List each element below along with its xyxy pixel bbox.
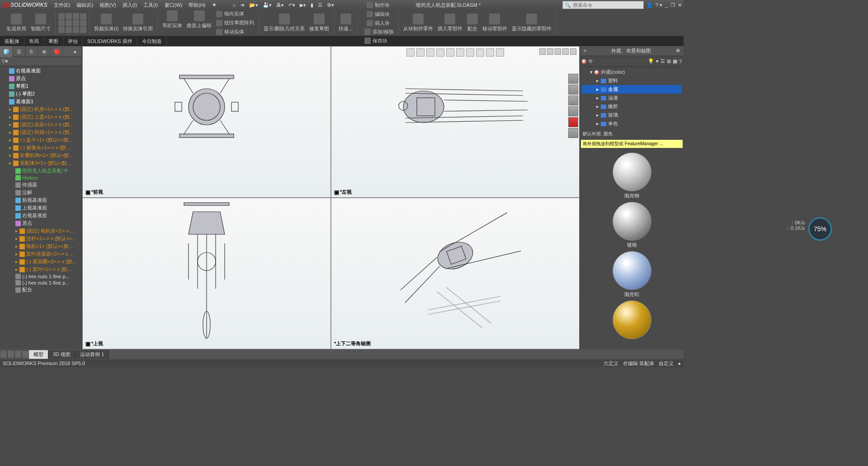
settings-icon[interactable]: ⚙▾ (327, 2, 334, 8)
view-cascade-icon[interactable] (547, 48, 553, 55)
tree-item[interactable]: ▸ 连杆<1>-> x (默认<<... (0, 235, 82, 243)
tp-explorer-icon[interactable] (568, 95, 578, 105)
restore-icon[interactable]: ❐ (670, 2, 675, 8)
tree-item[interactable]: 原点 (0, 219, 82, 227)
tree-item[interactable]: ▸ 装配体3<1> (默认<默... (0, 159, 82, 167)
tree-item[interactable]: ▸ (固定) 电机座<2>->... (0, 227, 82, 235)
tree-item[interactable]: 基准面1 (0, 98, 82, 105)
tree-item[interactable]: History (0, 175, 82, 181)
open-icon[interactable]: 📂▾ (249, 2, 258, 8)
ribbon-edit-block[interactable]: 编辑块 (365, 10, 392, 19)
tp-custom-icon[interactable] (568, 128, 578, 138)
fm-tab-property[interactable]: ☰ (13, 46, 25, 57)
tree-filter[interactable]: ▽▾ (0, 57, 82, 66)
line-icon[interactable] (58, 13, 65, 19)
ribbon-add-remove[interactable]: 添加/移除 (363, 28, 396, 36)
rp-view1-icon[interactable]: ☰ (660, 58, 665, 64)
ribbon-offset[interactable]: 等距实体 (160, 10, 184, 36)
ribbon-insert-block[interactable]: 插入块 (365, 19, 392, 28)
options-icon[interactable]: ☰ (318, 2, 322, 8)
menu-star-icon[interactable]: ★ (209, 1, 219, 10)
zoom-fit-icon[interactable] (406, 48, 415, 57)
status-expand-icon[interactable]: ▴ (678, 360, 681, 367)
appearance-category[interactable]: ▸ 油漆 (582, 94, 682, 102)
btab-motion[interactable]: 运动算例 1 (75, 350, 109, 359)
status-custom[interactable]: 自定义 (659, 360, 674, 367)
ellipse-icon[interactable] (66, 27, 72, 33)
ribbon-mirror[interactable]: 镜向实体 (214, 10, 256, 18)
tree-item[interactable]: 右视基准面 (0, 67, 82, 75)
view-top[interactable]: ▣ *上视 (82, 198, 331, 349)
point-icon[interactable] (80, 20, 86, 26)
fm-tab-expand[interactable]: ▸ (69, 46, 82, 57)
appearance-root[interactable]: ▾ 外观(color) (582, 68, 682, 76)
minimize-icon[interactable]: _ (665, 2, 668, 8)
tab-last-icon[interactable] (22, 350, 29, 358)
rect-icon[interactable] (58, 20, 65, 26)
tree-item[interactable]: 传感器 (0, 181, 82, 189)
tab-first-icon[interactable] (0, 350, 7, 358)
user-icon[interactable]: 👤 (646, 2, 653, 8)
ribbon-pattern[interactable]: 线性草图阵列 (214, 19, 256, 27)
tree-item[interactable]: 草图1 (0, 82, 82, 90)
tree-item[interactable]: 配合 (0, 286, 82, 294)
rebuild-icon[interactable]: ▮ (311, 2, 313, 8)
rp-scene-icon[interactable]: 💡 (648, 58, 654, 64)
arc-icon[interactable] (66, 20, 72, 26)
home-icon[interactable]: ⌂ (233, 2, 236, 8)
menu-file[interactable]: 文件(E) (51, 1, 73, 10)
menu-tools[interactable]: 工具(I) (141, 1, 160, 10)
view-max-icon[interactable] (562, 48, 569, 55)
appearance-category[interactable]: ▸ 金属 (582, 85, 682, 94)
fm-tab-display[interactable]: 🔴 (51, 46, 63, 57)
swatch-chrome[interactable]: 镀铬 (613, 202, 651, 248)
tab-sketch[interactable]: 草图 (44, 37, 63, 46)
menu-help[interactable]: 帮助(H) (186, 1, 208, 10)
tp-home-icon[interactable] (568, 74, 578, 84)
fillet-icon[interactable] (80, 13, 86, 19)
feature-tree[interactable]: 右视基准面原点草图1(-) 草图2基准面1▸ (固定) 机身<1>-> x (默… (0, 66, 82, 349)
slot-icon[interactable] (58, 27, 65, 33)
tree-item[interactable]: 注解 (0, 189, 82, 196)
ribbon-mate[interactable]: 配合 (465, 13, 480, 33)
tree-item[interactable]: ▸ 桨叶连接器<2>-> x ... (0, 250, 82, 258)
spline-icon[interactable] (73, 13, 79, 19)
ribbon-smart-dim[interactable]: 智能尺寸 (29, 13, 52, 33)
tree-item[interactable]: ▸ (-) 盖子<1> (默认<<默... (0, 136, 82, 144)
rp-view2-icon[interactable]: ⊞ (667, 58, 671, 64)
view-iso[interactable]: *上下二等角轴测 (331, 198, 580, 349)
ribbon-quick[interactable]: 快速... (337, 13, 354, 33)
close-icon[interactable]: ✕ (678, 2, 682, 8)
tree-item[interactable]: (-) hex nuts 1-fine p... (0, 280, 82, 286)
rp-help-icon[interactable]: ? (679, 59, 682, 64)
tab-assembly[interactable]: 装配体 (0, 37, 24, 46)
tree-item[interactable]: ▸ (固定) 药箱<1>-> x (默... (0, 128, 82, 136)
tab-prev-icon[interactable] (7, 350, 14, 358)
poly-icon[interactable] (73, 20, 79, 26)
ribbon-move[interactable]: 移动实体 (214, 28, 256, 36)
swatch-polished-alu[interactable]: 抛光铝 (613, 251, 651, 298)
panel-collapse-icon[interactable]: « (584, 48, 586, 53)
prev-view-icon[interactable] (426, 48, 434, 57)
tp-library-icon[interactable] (568, 85, 578, 95)
display-style-icon[interactable] (456, 48, 464, 57)
tree-item[interactable]: ▸ (-) 桨叶<1>-> x (默... (0, 266, 82, 273)
ribbon-surface-offset[interactable]: 曲面上偏移 (185, 10, 213, 36)
ribbon-trim[interactable]: 剪裁实体(I) (92, 13, 120, 33)
tab-evaluate[interactable]: 评估 (63, 37, 83, 46)
ribbon-convert[interactable]: 转换实体引用 (121, 13, 155, 33)
tp-appearance-icon[interactable] (568, 117, 578, 127)
swatch-polished-steel[interactable]: 抛光钢 (613, 152, 651, 199)
tree-item[interactable]: ▸ 折叠机构<1> (默认<默... (0, 152, 82, 159)
fm-tab-config[interactable]: ⎘ (25, 46, 38, 57)
appearance-category[interactable]: ▸ 单色 (582, 119, 682, 128)
rp-view3-icon[interactable]: ▦ (673, 58, 677, 64)
view-close-icon[interactable] (570, 48, 576, 55)
appearance-category[interactable]: ▸ 塑料 (582, 76, 682, 85)
tree-item[interactable]: 上视基准面 (0, 204, 82, 212)
fm-tab-tree[interactable]: 🧊 (0, 46, 13, 57)
menu-edit[interactable]: 编辑(E) (74, 1, 96, 10)
help-icon[interactable]: ? ▾ (656, 2, 662, 8)
rp-appearance-icon[interactable] (582, 59, 586, 64)
tree-item[interactable]: 右视基准面 (0, 212, 82, 219)
